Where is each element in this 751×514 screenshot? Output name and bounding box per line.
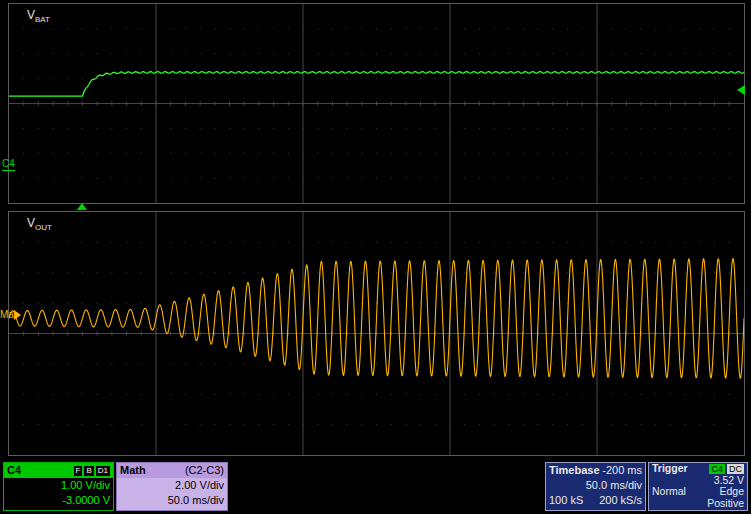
trigger-descriptor[interactable]: Trigger C4 DC 3.52 V Normal Edge Positiv… [648, 462, 748, 511]
timebase-title: Timebase [549, 463, 600, 478]
c4-volts-per-div: 1.00 V/div [61, 478, 110, 493]
oscilloscope-screen: VBAT C4 VOUT Ma C4 F B D1 1.00 V/div -3.… [0, 0, 751, 514]
c4-offset: -3.0000 V [62, 493, 110, 508]
math-descriptor-header: Math (C2-C3) [117, 463, 227, 478]
timebase-sample-rate: 200 kS/s [599, 493, 642, 508]
math-zero-level-marker[interactable]: Ma [0, 309, 21, 320]
trigger-mode: Normal [652, 486, 686, 498]
timebase-samples: 100 kS [549, 493, 583, 508]
c4-badge-d1: D1 [96, 466, 110, 476]
math-time-per-div: 50.0 ms/div [168, 493, 224, 508]
c4-title: C4 [7, 463, 21, 478]
trigger-position-marker-icon[interactable] [77, 203, 87, 210]
trigger-title: Trigger [652, 463, 688, 475]
timebase-scale: 50.0 ms/div [586, 478, 642, 493]
timebase-delay: -200 ms [602, 463, 642, 478]
vbat-waveform-svg[interactable] [9, 4, 744, 203]
c4-badge-b: B [84, 466, 93, 476]
c4-descriptor-header: C4 F B D1 [4, 463, 113, 478]
math-volts-per-div: 2.00 V/div [175, 478, 224, 493]
vout-waveform-svg[interactable] [9, 212, 744, 455]
timebase-descriptor[interactable]: Timebase -200 ms 50.0 ms/div 100 kS 200 … [545, 462, 646, 511]
math-zero-label: Ma [0, 309, 14, 320]
vbat-panel-label: VBAT [27, 8, 50, 24]
math-zero-arrow-icon [14, 310, 21, 320]
trigger-coupling-badge: DC [727, 464, 744, 474]
c4-badge-f: F [74, 466, 83, 476]
trigger-header: Trigger C4 DC [649, 463, 747, 475]
vout-panel: VOUT [8, 211, 745, 456]
timebase-header: Timebase -200 ms [546, 463, 645, 478]
trigger-source-badge: C4 [709, 464, 725, 474]
trigger-type: Edge [719, 486, 744, 498]
channel-c4-descriptor[interactable]: C4 F B D1 1.00 V/div -3.0000 V [3, 462, 114, 511]
vbat-panel: VBAT [8, 3, 745, 204]
trigger-level-marker-icon[interactable] [737, 85, 745, 95]
math-source: (C2-C3) [185, 463, 224, 478]
math-descriptor[interactable]: Math (C2-C3) 2.00 V/div 50.0 ms/div [116, 462, 228, 511]
trigger-slope: Positive [707, 498, 744, 510]
math-title: Math [120, 463, 146, 478]
c4-zero-level-marker[interactable]: C4 [2, 158, 15, 171]
vout-panel-label: VOUT [27, 216, 52, 232]
